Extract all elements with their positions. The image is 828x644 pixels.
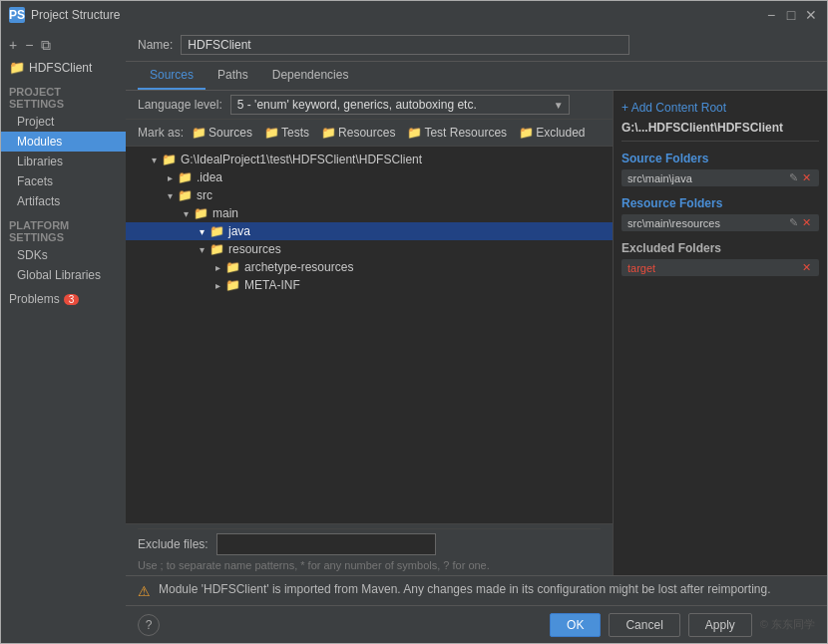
minimize-button[interactable]: − [763, 7, 779, 23]
edit-source-folder-button[interactable]: ✎ [787, 171, 800, 184]
project-structure-window: PS Project Structure − □ ✕ + − ⧉ 📁 HDFSC… [0, 0, 828, 644]
archetype-folder-label: archetype-resources [244, 260, 353, 274]
maximize-button[interactable]: □ [783, 7, 799, 23]
app-icon: PS [9, 7, 25, 23]
mark-as-bar: Mark as: 📁 Sources 📁 Tests 📁 Resources [126, 120, 613, 147]
source-folders-title: Source Folders [621, 152, 819, 165]
archetype-toggle-icon[interactable]: ▸ [209, 262, 225, 273]
mark-test-resources-button[interactable]: 📁 Test Resources [403, 124, 511, 142]
main-folder-label: main [212, 206, 238, 220]
idea-folder-label: .idea [197, 170, 222, 184]
remove-resource-folder-button[interactable]: ✕ [800, 216, 813, 229]
lang-level-select[interactable]: 5 - 'enum' keyword, generics, autoboxing… [230, 95, 570, 115]
java-toggle-icon[interactable]: ▾ [194, 226, 209, 237]
watermark: © 东东同学 [760, 617, 815, 632]
add-module-button[interactable]: + [7, 38, 19, 52]
right-panel: Name: Sources Paths Dependencies Languag… [126, 29, 827, 643]
excluded-folders-section: Excluded Folders target ✕ [614, 235, 827, 280]
sidebar-item-artifacts[interactable]: Artifacts [1, 191, 126, 211]
resource-folder-path: src\main\resources [627, 217, 787, 229]
sidebar-item-modules[interactable]: Modules [1, 132, 126, 152]
sidebar-item-sdks[interactable]: SDKs [1, 245, 126, 265]
excluded-folder-row: target ✕ [621, 259, 819, 276]
src-folder-label: src [197, 188, 212, 202]
main-folder-icon: 📁 [194, 206, 208, 220]
sidebar-problems[interactable]: Problems 3 [1, 289, 126, 309]
tree-root-path: G:\IdealProject1\test\HDFSClient\HDFSCli… [181, 153, 422, 166]
tab-sources[interactable]: Sources [138, 62, 206, 90]
apply-button[interactable]: Apply [688, 613, 752, 637]
source-folder-row: src\main\java ✎ ✕ [621, 169, 819, 186]
archetype-folder-icon: 📁 [225, 260, 240, 274]
src-folder-icon: 📁 [178, 188, 193, 202]
window-controls: − □ ✕ [763, 7, 819, 23]
src-toggle-icon[interactable]: ▾ [162, 190, 178, 201]
mark-as-label: Mark as: [138, 126, 184, 140]
remove-source-folder-button[interactable]: ✕ [800, 171, 813, 184]
tree-root-item[interactable]: ▾ 📁 G:\IdealProject1\test\HDFSClient\HDF… [126, 151, 613, 168]
mark-tests-button[interactable]: 📁 Tests [260, 124, 313, 142]
exclude-input[interactable] [216, 533, 436, 555]
tree-item[interactable]: ▸ 📁 .idea [126, 168, 613, 186]
sidebar-item-project[interactable]: Project [1, 112, 126, 132]
sidebar-item-libraries[interactable]: Libraries [1, 152, 126, 171]
excluded-folder-icon: 📁 [519, 126, 534, 140]
titlebar: PS Project Structure − □ ✕ [1, 1, 827, 29]
problems-badge: 3 [64, 294, 80, 305]
meta-inf-folder-label: META-INF [244, 278, 300, 292]
idea-toggle-icon[interactable]: ▸ [162, 172, 178, 183]
main-content: + − ⧉ 📁 HDFSClient Project Settings Proj… [1, 29, 827, 643]
sidebar-item-global-libraries[interactable]: Global Libraries [1, 265, 126, 285]
main-toggle-icon[interactable]: ▾ [178, 208, 194, 219]
sidebar: + − ⧉ 📁 HDFSClient Project Settings Proj… [1, 29, 126, 643]
mark-excluded-button[interactable]: 📁 Excluded [515, 124, 589, 142]
java-folder-icon: 📁 [209, 224, 224, 238]
sidebar-item-facets[interactable]: Facets [1, 171, 126, 191]
tab-paths[interactable]: Paths [206, 62, 260, 90]
add-content-root-button[interactable]: + Add Content Root [614, 97, 827, 119]
panel-body: Language level: 5 - 'enum' keyword, gene… [126, 91, 827, 575]
source-folders-section: Source Folders src\main\java ✎ ✕ [614, 146, 827, 190]
mark-sources-button[interactable]: 📁 Sources [188, 124, 256, 142]
language-level-bar: Language level: 5 - 'enum' keyword, gene… [126, 91, 613, 120]
ok-button[interactable]: OK [550, 613, 601, 637]
lang-level-select-wrapper: 5 - 'enum' keyword, generics, autoboxing… [230, 95, 570, 115]
root-folder-icon: 📁 [162, 153, 177, 166]
tree-item[interactable]: ▾ 📁 src [126, 186, 613, 204]
meta-inf-folder-icon: 📁 [225, 278, 240, 292]
module-name-input[interactable] [181, 35, 629, 55]
remove-module-button[interactable]: − [23, 38, 35, 52]
window-title: Project Structure [31, 8, 120, 22]
sidebar-toolbar: + − ⧉ [1, 33, 126, 57]
excluded-folder-path: target [627, 262, 800, 274]
info-panel: + Add Content Root G:\...HDFSClient\HDFS… [613, 91, 827, 575]
mark-resources-button[interactable]: 📁 Resources [317, 124, 399, 142]
tree-item-meta-inf[interactable]: ▸ 📁 META-INF [126, 276, 613, 294]
tree-item-java[interactable]: ▾ 📁 java [126, 222, 613, 240]
tree-item-archetype[interactable]: ▸ 📁 archetype-resources [126, 258, 613, 276]
lang-level-label: Language level: [138, 98, 222, 112]
exclude-hint: Use ; to separate name patterns, * for a… [138, 559, 601, 575]
help-button[interactable]: ? [138, 614, 160, 636]
module-list-item-hdfs[interactable]: 📁 HDFSClient [1, 57, 126, 78]
tree-item-resources[interactable]: ▾ 📁 resources [126, 240, 613, 258]
root-toggle-icon[interactable]: ▾ [146, 155, 162, 165]
resource-folders-title: Resource Folders [621, 196, 819, 210]
remove-excluded-folder-button[interactable]: ✕ [800, 261, 813, 274]
copy-module-button[interactable]: ⧉ [39, 38, 53, 52]
resources-toggle-icon[interactable]: ▾ [194, 244, 209, 255]
tree-area: Language level: 5 - 'enum' keyword, gene… [126, 91, 613, 575]
exclude-label: Exclude files: [138, 537, 208, 551]
resources-folder-icon: 📁 [321, 126, 336, 140]
file-tree[interactable]: ▾ 📁 G:\IdealProject1\test\HDFSClient\HDF… [126, 147, 613, 523]
resource-folder-row: src\main\resources ✎ ✕ [621, 214, 819, 231]
module-list-item-label: HDFSClient [29, 61, 92, 75]
module-header: Name: [126, 29, 827, 62]
excluded-folders-title: Excluded Folders [621, 241, 819, 255]
edit-resource-folder-button[interactable]: ✎ [787, 216, 800, 229]
cancel-button[interactable]: Cancel [609, 613, 679, 637]
tab-dependencies[interactable]: Dependencies [260, 62, 361, 90]
meta-inf-toggle-icon[interactable]: ▸ [209, 280, 225, 291]
tree-item[interactable]: ▾ 📁 main [126, 204, 613, 222]
close-button[interactable]: ✕ [803, 7, 819, 23]
